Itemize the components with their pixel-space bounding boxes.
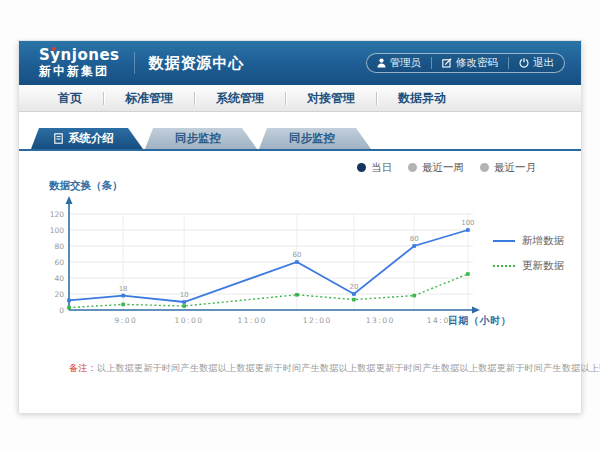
tab-sync-monitor-1[interactable]: 同步监控 xyxy=(145,128,257,149)
svg-text:0: 0 xyxy=(59,306,64,315)
tab-label: 系统介绍 xyxy=(68,131,114,146)
user-name-label: 管理员 xyxy=(390,56,422,70)
app-window: Synjones 新中新集团 数据资源中心 管理员 修改密码 xyxy=(18,40,582,412)
chart-legend: 新增数据 更新数据 xyxy=(493,234,564,273)
svg-text:9:00: 9:00 xyxy=(115,316,138,325)
legend-label: 新增数据 xyxy=(522,234,564,248)
main-nav: 首页 标准管理 系统管理 对接管理 数据异动 xyxy=(19,85,581,112)
user-toolbar: 管理员 修改密码 退出 xyxy=(366,53,566,73)
svg-text:80: 80 xyxy=(410,235,419,243)
legend-label: 更新数据 xyxy=(522,259,564,273)
radio-label: 当日 xyxy=(371,161,392,175)
radio-label: 最近一月 xyxy=(494,161,536,175)
header: Synjones 新中新集团 数据资源中心 管理员 修改密码 xyxy=(19,41,581,85)
tab-label: 同步监控 xyxy=(175,131,221,146)
svg-text:20: 20 xyxy=(54,290,64,299)
current-user-button[interactable]: 管理员 xyxy=(367,54,432,72)
document-icon xyxy=(54,133,63,144)
logout-label: 退出 xyxy=(533,56,554,70)
tab-bar: 系统介绍 同步监控 同步监控 xyxy=(19,128,581,149)
nav-item-home[interactable]: 首页 xyxy=(37,85,103,111)
svg-text:18: 18 xyxy=(119,285,128,293)
svg-text:12:00: 12:00 xyxy=(303,316,332,325)
svg-text:80: 80 xyxy=(54,242,64,251)
footnote-text: 以上数据更新于时间产生数据以上数据更新于时间产生数据以上数据更新于时间产生数据以… xyxy=(97,363,600,373)
svg-text:20: 20 xyxy=(349,283,358,291)
user-icon xyxy=(377,58,386,68)
radio-dot-icon xyxy=(408,163,417,172)
footnote-label: 备注： xyxy=(69,363,97,373)
radio-dot-icon xyxy=(357,163,366,172)
radio-last-week[interactable]: 最近一周 xyxy=(408,161,464,175)
svg-text:11:00: 11:00 xyxy=(238,316,267,325)
radio-last-month[interactable]: 最近一月 xyxy=(480,161,536,175)
chart-area: 0204060801001209:0010:0011:0012:0013:001… xyxy=(19,194,581,344)
power-icon xyxy=(519,58,529,68)
svg-text:60: 60 xyxy=(292,251,301,259)
radio-dot-icon xyxy=(480,163,489,172)
svg-text:100: 100 xyxy=(50,226,65,235)
spacer xyxy=(19,112,581,128)
svg-text:10: 10 xyxy=(180,291,189,299)
svg-text:10:00: 10:00 xyxy=(175,316,204,325)
svg-text:日期（小时）: 日期（小时） xyxy=(448,315,511,326)
footnote: 备注：以上数据更新于时间产生数据以上数据更新于时间产生数据以上数据更新于时间产生… xyxy=(69,362,581,375)
radio-today[interactable]: 当日 xyxy=(357,161,392,175)
nav-item-system-mgmt[interactable]: 系统管理 xyxy=(195,85,285,111)
nav-item-integration-mgmt[interactable]: 对接管理 xyxy=(286,85,376,111)
tab-label: 同步监控 xyxy=(289,131,335,146)
svg-text:60: 60 xyxy=(54,258,64,267)
edit-icon xyxy=(442,58,452,68)
change-password-label: 修改密码 xyxy=(456,56,498,70)
logo-text: Synjones xyxy=(39,48,120,64)
svg-text:100: 100 xyxy=(461,219,474,227)
svg-text:13:00: 13:00 xyxy=(366,316,395,325)
logout-button[interactable]: 退出 xyxy=(509,54,564,72)
nav-item-standard-mgmt[interactable]: 标准管理 xyxy=(104,85,194,111)
change-password-button[interactable]: 修改密码 xyxy=(432,54,508,72)
page-title: 数据资源中心 xyxy=(149,54,245,73)
time-range-filter: 当日 最近一周 最近一月 xyxy=(19,151,581,175)
legend-item-new-data: 新增数据 xyxy=(493,234,564,248)
content-panel: 当日 最近一周 最近一月 数据交换（条） 0204060801001209:00… xyxy=(19,151,581,413)
radio-label: 最近一周 xyxy=(422,161,464,175)
tab-system-intro[interactable]: 系统介绍 xyxy=(31,128,143,149)
header-divider xyxy=(134,52,135,74)
svg-text:120: 120 xyxy=(50,210,65,219)
line-chart: 0204060801001209:0010:0011:0012:0013:001… xyxy=(37,194,517,344)
dotted-line-swatch-icon xyxy=(493,265,515,267)
nav-item-data-change[interactable]: 数据异动 xyxy=(377,85,467,111)
solid-line-swatch-icon xyxy=(493,240,515,242)
svg-text:40: 40 xyxy=(54,274,64,283)
tab-sync-monitor-2[interactable]: 同步监控 xyxy=(259,128,371,149)
legend-item-update-data: 更新数据 xyxy=(493,259,564,273)
y-axis-title: 数据交换（条） xyxy=(49,179,581,194)
logo-subtext: 新中新集团 xyxy=(39,65,120,78)
company-logo: Synjones 新中新集团 xyxy=(39,48,120,77)
